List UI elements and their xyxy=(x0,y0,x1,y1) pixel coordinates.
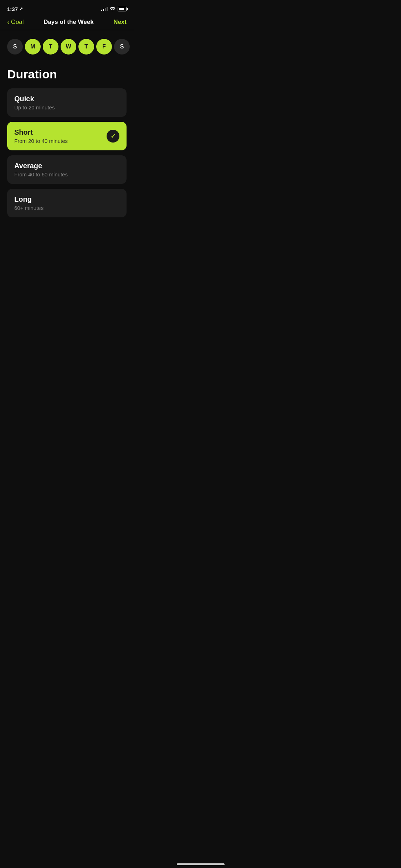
duration-name: Short xyxy=(14,128,68,136)
nav-bar: ‹ Goal Days of the Week Next xyxy=(0,16,134,30)
day-circle-thursday[interactable]: T xyxy=(78,39,94,55)
duration-section: Duration QuickUp to 20 minutesShortFrom … xyxy=(7,67,127,217)
chevron-left-icon: ‹ xyxy=(7,19,10,26)
duration-text: QuickUp to 20 minutes xyxy=(14,95,55,110)
duration-card-long[interactable]: Long60+ minutes xyxy=(7,189,127,217)
day-circle-tuesday[interactable]: T xyxy=(43,39,58,55)
day-circle-saturday[interactable]: S xyxy=(114,39,130,55)
duration-card-quick[interactable]: QuickUp to 20 minutes xyxy=(7,88,127,117)
section-title: Duration xyxy=(7,67,127,81)
status-bar: 1:37 ↗ xyxy=(0,0,134,16)
battery-icon xyxy=(118,7,127,11)
duration-card-header: AverageFrom 40 to 60 minutes xyxy=(14,162,119,177)
duration-card-short[interactable]: ShortFrom 20 to 40 minutes✓ xyxy=(7,122,127,150)
back-label: Goal xyxy=(11,19,24,26)
duration-cards: QuickUp to 20 minutesShortFrom 20 to 40 … xyxy=(7,88,127,217)
day-circle-sunday[interactable]: S xyxy=(7,39,23,55)
status-icons xyxy=(101,7,127,11)
duration-description: 60+ minutes xyxy=(14,205,43,211)
checkmark-icon: ✓ xyxy=(110,132,116,140)
duration-card-header: QuickUp to 20 minutes xyxy=(14,95,119,110)
duration-card-header: Long60+ minutes xyxy=(14,195,119,211)
back-button[interactable]: ‹ Goal xyxy=(7,19,24,26)
main-content: SMTWTFS Duration QuickUp to 20 minutesSh… xyxy=(0,30,134,231)
location-icon: ↗ xyxy=(19,6,23,11)
duration-text: Long60+ minutes xyxy=(14,195,43,211)
duration-name: Long xyxy=(14,195,43,203)
duration-name: Quick xyxy=(14,95,55,103)
duration-description: From 20 to 40 minutes xyxy=(14,138,68,144)
day-circle-friday[interactable]: F xyxy=(96,39,112,55)
page-title: Days of the Week xyxy=(43,19,93,26)
duration-text: ShortFrom 20 to 40 minutes xyxy=(14,128,68,144)
day-circle-monday[interactable]: M xyxy=(25,39,41,55)
duration-name: Average xyxy=(14,162,68,170)
duration-description: From 40 to 60 minutes xyxy=(14,171,68,177)
duration-card-average[interactable]: AverageFrom 40 to 60 minutes xyxy=(7,155,127,184)
next-button[interactable]: Next xyxy=(113,19,127,26)
wifi-icon xyxy=(110,7,115,11)
duration-description: Up to 20 minutes xyxy=(14,104,55,110)
duration-text: AverageFrom 40 to 60 minutes xyxy=(14,162,68,177)
days-of-week: SMTWTFS xyxy=(7,39,127,55)
status-time: 1:37 ↗ xyxy=(7,6,23,12)
signal-icon xyxy=(101,7,108,11)
check-circle-icon: ✓ xyxy=(107,130,119,143)
day-circle-wednesday[interactable]: W xyxy=(61,39,76,55)
duration-card-header: ShortFrom 20 to 40 minutes✓ xyxy=(14,128,119,144)
time-label: 1:37 xyxy=(7,6,18,12)
